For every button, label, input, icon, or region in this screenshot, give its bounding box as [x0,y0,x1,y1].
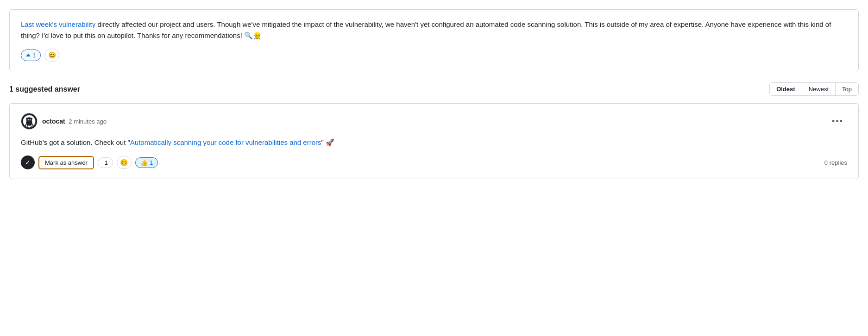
sort-buttons-group: Oldest Newest Top [769,82,859,96]
avatar [21,113,38,130]
svg-point-4 [30,119,31,121]
svg-line-10 [31,125,31,127]
emoji-icon: 😊 [48,51,56,59]
upvote-arrow-icon [26,54,31,56]
replies-count: 0 replies [824,159,847,166]
mark-as-answer-button[interactable]: Mark as answer [38,156,94,169]
sort-top-button[interactable]: Top [836,83,858,95]
answer-footer: ✓ Mark as answer 1 😊 👍 1 0 replies [21,156,847,169]
thumbsup-count: 1 [150,159,153,166]
thumbsup-icon: 👍 [140,159,148,166]
post-card: Last week's vulnerability directly affec… [9,9,859,71]
svg-point-5 [29,120,29,121]
svg-line-9 [27,125,28,127]
checkmark-icon: ✓ [25,159,31,166]
post-upvote-button[interactable]: 1 [21,50,41,61]
answer-actions: ✓ Mark as answer 1 😊 👍 1 [21,156,158,169]
octocat-icon [23,115,36,128]
checkmark-button[interactable]: ✓ [21,156,35,169]
answer-author: octocat 2 minutes ago [21,113,107,130]
svg-point-6 [26,118,28,120]
emoji-smile-icon: 😊 [120,159,128,166]
vulnerability-link[interactable]: Last week's vulnerability [21,20,95,28]
answer-link[interactable]: Automatically scanning your code for vul… [130,138,321,146]
post-upvote-count: 1 [32,52,36,59]
answer-header: octocat 2 minutes ago ••• [21,113,847,130]
suggested-answers-title: 1 suggested answer [9,85,80,93]
suggested-answers-header: 1 suggested answer Oldest Newest Top [9,82,859,96]
answer-upvote-button[interactable]: 1 [98,157,113,168]
post-emoji-reaction-button[interactable]: 😊 [44,49,59,62]
answer-emoji-button[interactable]: 😊 [117,156,132,169]
answer-card: octocat 2 minutes ago ••• GitHub's got a… [9,103,859,179]
author-time: 2 minutes ago [67,118,107,125]
answer-upvote-count: 1 [105,159,108,166]
sort-oldest-button[interactable]: Oldest [770,83,802,95]
svg-point-7 [31,118,33,120]
author-info: octocat 2 minutes ago [42,118,107,125]
author-name: octocat [42,118,65,125]
svg-point-3 [28,119,29,121]
post-reactions-row: 1 😊 [21,49,847,62]
post-text: Last week's vulnerability directly affec… [21,19,847,41]
answer-text: GitHub's got a solution. Check out "Auto… [21,137,847,148]
more-options-button[interactable]: ••• [828,115,847,128]
thumbsup-reaction-button[interactable]: 👍 1 [135,157,158,168]
sort-newest-button[interactable]: Newest [802,83,836,95]
